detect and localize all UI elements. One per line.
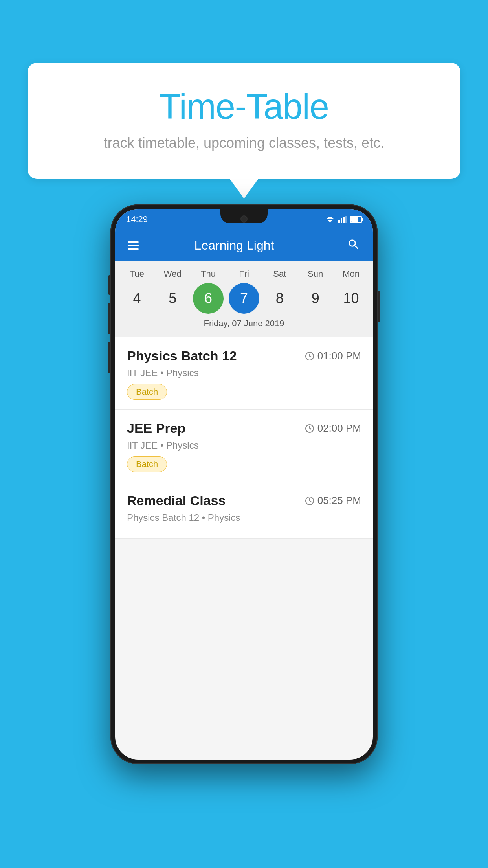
clock-icon-2 xyxy=(305,424,314,433)
day-7-selected[interactable]: 7 xyxy=(229,283,259,314)
schedule-subtitle-1: IIT JEE • Physics xyxy=(127,368,361,379)
batch-badge-2: Batch xyxy=(127,456,167,472)
app-bar: Learning Light xyxy=(115,230,373,261)
batch-badge-1: Batch xyxy=(127,384,167,400)
day-5[interactable]: 5 xyxy=(157,283,188,314)
selected-date-label: Friday, 07 June 2019 xyxy=(119,318,369,333)
phone-frame: 14:29 xyxy=(110,204,378,764)
day-label-tue: Tue xyxy=(121,269,152,279)
status-icons xyxy=(325,215,362,223)
schedule-title-2: JEE Prep xyxy=(127,421,185,436)
bubble-title: Time-Table xyxy=(47,86,441,127)
day-headers: Tue Wed Thu Fri Sat Sun Mon xyxy=(119,269,369,279)
schedule-title-3: Remedial Class xyxy=(127,493,226,508)
search-icon xyxy=(347,238,360,251)
day-label-sun: Sun xyxy=(300,269,331,279)
power-button xyxy=(378,291,380,322)
day-label-sat: Sat xyxy=(264,269,295,279)
battery-icon xyxy=(350,216,362,223)
status-time: 14:29 xyxy=(126,214,148,224)
day-label-wed: Wed xyxy=(157,269,188,279)
schedule-item-header-2: JEE Prep 02:00 PM xyxy=(127,421,361,436)
schedule-item-header-1: Physics Batch 12 01:00 PM xyxy=(127,348,361,364)
day-6-today[interactable]: 6 xyxy=(193,283,224,314)
schedule-item-header-3: Remedial Class 05:25 PM xyxy=(127,493,361,508)
speech-bubble-container: Time-Table track timetable, upcoming cla… xyxy=(28,63,460,179)
wifi-icon xyxy=(325,215,335,223)
day-10[interactable]: 10 xyxy=(336,283,366,314)
search-button[interactable] xyxy=(344,235,363,256)
schedule-item-3[interactable]: Remedial Class 05:25 PM Physics Batch 12… xyxy=(115,482,373,539)
svg-rect-0 xyxy=(338,220,340,223)
schedule-time-2: 02:00 PM xyxy=(305,422,361,434)
app-title: Learning Light xyxy=(125,238,344,253)
silent-button xyxy=(108,342,110,373)
bubble-subtitle: track timetable, upcoming classes, tests… xyxy=(47,135,441,151)
phone-camera xyxy=(240,215,248,223)
day-numbers: 4 5 6 7 8 9 10 xyxy=(119,283,369,314)
schedule-time-1: 01:00 PM xyxy=(305,350,361,362)
calendar-strip: Tue Wed Thu Fri Sat Sun Mon 4 5 6 7 8 9 … xyxy=(115,261,373,337)
schedule-time-3: 05:25 PM xyxy=(305,495,361,507)
clock-icon-3 xyxy=(305,496,314,506)
day-4[interactable]: 4 xyxy=(121,283,152,314)
speech-bubble: Time-Table track timetable, upcoming cla… xyxy=(28,63,460,179)
phone-container: 14:29 xyxy=(110,204,378,764)
phone-notch xyxy=(220,209,268,223)
svg-rect-1 xyxy=(341,218,342,223)
day-label-mon: Mon xyxy=(336,269,366,279)
schedule-subtitle-2: IIT JEE • Physics xyxy=(127,440,361,451)
day-9[interactable]: 9 xyxy=(300,283,331,314)
volume-down-button xyxy=(108,303,110,334)
day-8[interactable]: 8 xyxy=(264,283,295,314)
schedule-list: Physics Batch 12 01:00 PM IIT JEE • Phys… xyxy=(115,337,373,539)
schedule-item-1[interactable]: Physics Batch 12 01:00 PM IIT JEE • Phys… xyxy=(115,337,373,410)
day-label-thu: Thu xyxy=(193,269,224,279)
phone-screen: 14:29 xyxy=(115,209,373,760)
clock-icon-1 xyxy=(305,351,314,361)
volume-up-button xyxy=(108,275,110,295)
schedule-title-1: Physics Batch 12 xyxy=(127,348,237,364)
schedule-item-2[interactable]: JEE Prep 02:00 PM IIT JEE • Physics Batc… xyxy=(115,410,373,482)
svg-rect-2 xyxy=(343,217,345,223)
svg-rect-3 xyxy=(345,216,347,223)
schedule-subtitle-3: Physics Batch 12 • Physics xyxy=(127,512,361,523)
signal-icon xyxy=(338,215,347,223)
day-label-fri: Fri xyxy=(229,269,259,279)
